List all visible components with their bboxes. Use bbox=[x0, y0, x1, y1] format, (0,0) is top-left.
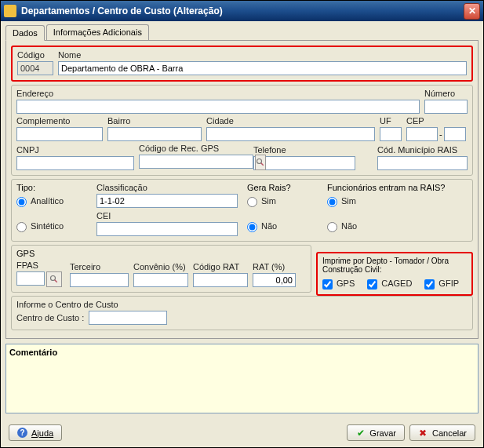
codrat-input[interactable] bbox=[193, 273, 248, 287]
svg-line-1 bbox=[261, 163, 264, 166]
gera-rais-sim-label: Sim bbox=[261, 196, 276, 206]
func-rais-sim-label: Sim bbox=[341, 196, 356, 206]
gravar-button-label: Gravar bbox=[369, 428, 396, 438]
func-rais-sim-radio[interactable] bbox=[327, 197, 337, 207]
chk-caged-label: CAGED bbox=[381, 279, 412, 288]
magnifier-icon bbox=[49, 275, 59, 284]
convenio-label: Convênio (%) bbox=[133, 262, 188, 271]
cancelar-button[interactable]: Cancelar bbox=[409, 424, 475, 441]
window: Departamentos / Centro de Custo (Alteraç… bbox=[0, 0, 484, 448]
gera-rais-group-label: Gera Rais? bbox=[247, 183, 318, 192]
uf-label: UF bbox=[380, 116, 402, 126]
terceiro-input[interactable] bbox=[70, 273, 129, 287]
numero-input[interactable] bbox=[424, 100, 468, 114]
fpas-label: FPAS bbox=[16, 260, 65, 270]
func-rais-nao-label: Não bbox=[341, 221, 357, 231]
cnpj-input[interactable] bbox=[16, 156, 134, 170]
tipo-analitico-label: Analítico bbox=[31, 196, 64, 206]
rat-label: RAT (%) bbox=[253, 262, 296, 271]
numero-label: Número bbox=[424, 89, 468, 98]
codrecgps-lookup-button[interactable] bbox=[255, 155, 266, 170]
nome-input[interactable] bbox=[58, 61, 467, 75]
endereco-frame: Endereço Número Complemento Bairro bbox=[11, 85, 473, 176]
telefone-label: Telefone bbox=[253, 145, 355, 155]
cei-label: CEI bbox=[96, 211, 238, 220]
codrecgps-input[interactable] bbox=[139, 155, 253, 169]
centro-custo-label: Centro de Custo : bbox=[16, 313, 84, 322]
endereco-label: Endereço bbox=[16, 89, 420, 98]
func-rais-nao-radio[interactable] bbox=[327, 222, 337, 232]
func-rais-group-label: Funcionários entram na RAIS? bbox=[327, 183, 468, 192]
rat-input[interactable] bbox=[253, 273, 296, 287]
terceiro-label: Terceiro bbox=[70, 262, 129, 271]
codigo-nome-frame: Código Nome bbox=[11, 46, 473, 82]
chk-gfip[interactable] bbox=[424, 279, 435, 290]
fpas-input[interactable] bbox=[16, 271, 45, 286]
titlebar: Departamentos / Centro de Custo (Alteraç… bbox=[1, 1, 483, 21]
tipo-sintetico-radio[interactable] bbox=[16, 222, 27, 232]
comentario-label: Comentário bbox=[9, 348, 57, 357]
telefone-input[interactable] bbox=[253, 156, 355, 170]
cidade-label: Cidade bbox=[206, 116, 375, 126]
cep-label: CEP bbox=[406, 116, 468, 126]
convenio-input[interactable] bbox=[133, 273, 188, 287]
chk-caged[interactable] bbox=[367, 279, 377, 290]
svg-point-0 bbox=[257, 159, 262, 164]
gera-rais-nao-radio[interactable] bbox=[247, 222, 257, 232]
codrecgps-label: Código de Rec. GPS bbox=[139, 144, 249, 153]
cancelar-button-label: Cancelar bbox=[432, 428, 467, 438]
uf-input[interactable] bbox=[380, 127, 402, 141]
tab-row: Dados Informações Adicionais bbox=[1, 21, 483, 40]
bairro-input[interactable] bbox=[107, 127, 202, 141]
tipo-sintetico-label: Sintético bbox=[31, 221, 64, 231]
bairro-label: Bairro bbox=[107, 116, 202, 126]
tab-content-dados: Código Nome Endereço Número bbox=[5, 40, 479, 339]
help-button[interactable]: ? Ajuda bbox=[9, 424, 62, 441]
tipo-analitico-radio[interactable] bbox=[16, 197, 27, 207]
chk-gps[interactable] bbox=[322, 279, 333, 290]
cancel-icon bbox=[418, 428, 428, 438]
centro-custo-input[interactable] bbox=[89, 311, 167, 325]
check-icon bbox=[355, 428, 366, 438]
svg-point-2 bbox=[51, 276, 56, 281]
codigo-input bbox=[17, 61, 53, 75]
fpas-lookup-button[interactable] bbox=[46, 271, 62, 287]
cnpj-label: CNPJ bbox=[16, 145, 134, 155]
gps-group-label: GPS bbox=[16, 249, 306, 258]
cep-sep: - bbox=[439, 129, 442, 139]
comentario-panel: Comentário bbox=[5, 344, 479, 413]
gps-frame: GPS FPAS Terceiro bbox=[11, 245, 311, 293]
imprime-depto-frame: Imprime por Depto - Tomador / Obra Const… bbox=[316, 252, 473, 296]
gravar-button[interactable]: Gravar bbox=[347, 424, 405, 441]
help-icon: ? bbox=[17, 428, 27, 438]
svg-line-3 bbox=[55, 280, 57, 282]
codigo-label: Código bbox=[17, 50, 53, 60]
tipo-group-label: Tipo: bbox=[16, 183, 87, 192]
codmunrais-input[interactable] bbox=[377, 156, 468, 170]
tab-informacoes-adicionais[interactable]: Informações Adicionais bbox=[46, 24, 149, 40]
cep-input-1[interactable] bbox=[406, 127, 438, 141]
comentario-area[interactable]: Comentário bbox=[5, 344, 479, 413]
centro-custo-info-label: Informe o Centro de Custo bbox=[16, 300, 468, 309]
cep-input-2[interactable] bbox=[444, 127, 466, 141]
tab-dados[interactable]: Dados bbox=[5, 25, 45, 41]
chk-gps-label: GPS bbox=[337, 279, 355, 288]
classificacao-label: Classificação bbox=[96, 183, 238, 192]
gera-rais-sim-radio[interactable] bbox=[247, 197, 257, 207]
nome-label: Nome bbox=[58, 50, 467, 60]
codrat-label: Código RAT bbox=[193, 262, 248, 271]
centro-custo-frame: Informe o Centro de Custo Centro de Cust… bbox=[11, 296, 473, 330]
help-button-label: Ajuda bbox=[31, 428, 53, 438]
classificacao-input[interactable] bbox=[96, 194, 238, 208]
cei-input[interactable] bbox=[96, 222, 238, 236]
app-icon bbox=[4, 5, 16, 17]
window-title: Departamentos / Centro de Custo (Alteraç… bbox=[21, 5, 464, 16]
endereco-input[interactable] bbox=[16, 100, 420, 114]
chk-gfip-label: GFIP bbox=[439, 279, 459, 288]
tipo-frame: Tipo: Analítico Sintético Classificação … bbox=[11, 179, 473, 242]
complemento-input[interactable] bbox=[16, 127, 103, 141]
close-button[interactable]: ✕ bbox=[464, 3, 480, 20]
cidade-input[interactable] bbox=[206, 127, 375, 141]
gera-rais-nao-label: Não bbox=[261, 221, 277, 231]
complemento-label: Complemento bbox=[16, 116, 103, 126]
